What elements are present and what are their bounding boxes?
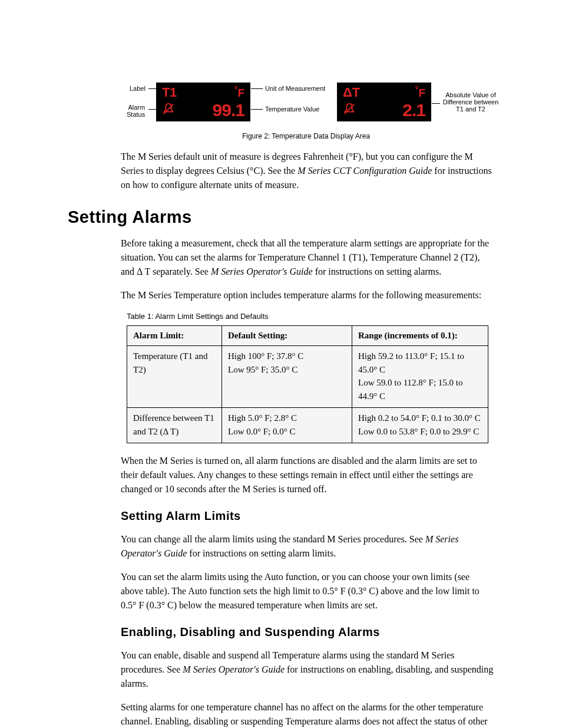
- alarm-limits-table: Alarm Limit: Default Setting: Range (inc…: [127, 325, 488, 443]
- para-temp-option: The M Series Temperature option includes…: [121, 288, 494, 302]
- table-header: Range (increments of 0.1):: [352, 326, 488, 346]
- figure-2: Label AlarmStatus Unit of Measurement Te…: [118, 77, 494, 140]
- table-header: Alarm Limit:: [127, 326, 222, 346]
- para-one-channel: Setting alarms for one temperature chann…: [121, 700, 494, 728]
- display-value: 2.1: [402, 100, 425, 120]
- callout-alarm-status: AlarmStatus: [127, 104, 145, 118]
- heading-setting-alarm-limits: Setting Alarm Limits: [121, 509, 494, 523]
- temp-display-delta: ΔT °F 2.1: [337, 83, 431, 121]
- display-label: T1: [162, 85, 177, 100]
- callout-abs-value: Absolute Value of Difference between T1 …: [441, 91, 500, 113]
- alarm-bell-icon: [343, 103, 356, 118]
- figure-caption: Figure 2: Temperature Data Display Area: [118, 132, 494, 140]
- alarm-bell-icon: [162, 103, 175, 118]
- para-before-measurement: Before taking a measurement, check that …: [121, 236, 494, 279]
- para-change-limits: You can change all the alarm limits usin…: [121, 532, 494, 561]
- heading-enabling-disabling: Enabling, Disabling and Suspending Alarm…: [121, 625, 494, 639]
- para-turned-on: When the M Series is turned on, all alar…: [121, 454, 494, 496]
- callout-label: Label: [130, 85, 146, 92]
- para-auto-function: You can set the alarm limits using the A…: [121, 570, 494, 612]
- display-unit: °F: [415, 85, 425, 100]
- callout-temp-value: Temperature Value: [265, 106, 319, 113]
- table-row: Temperature (T1 and T2) High 100° F; 37.…: [127, 346, 488, 408]
- table-header: Default Setting:: [222, 326, 352, 346]
- intro-paragraph: The M Series default unit of measure is …: [121, 150, 494, 192]
- display-unit: °F: [234, 85, 244, 100]
- svg-line-0: [164, 104, 174, 114]
- table-row: Difference between T1 and T2 (Δ T) High …: [127, 408, 488, 443]
- display-label: ΔT: [343, 85, 360, 100]
- svg-line-1: [345, 104, 355, 114]
- callout-unit: Unit of Measurement: [265, 85, 325, 92]
- para-enable-disable: You can enable, disable and suspend all …: [121, 648, 494, 691]
- table-caption: Table 1: Alarm Limit Settings and Defaul…: [127, 312, 494, 321]
- heading-setting-alarms: Setting Alarms: [68, 207, 494, 227]
- temp-display-t1: T1 °F 99.1: [156, 83, 250, 121]
- display-value: 99.1: [213, 100, 244, 120]
